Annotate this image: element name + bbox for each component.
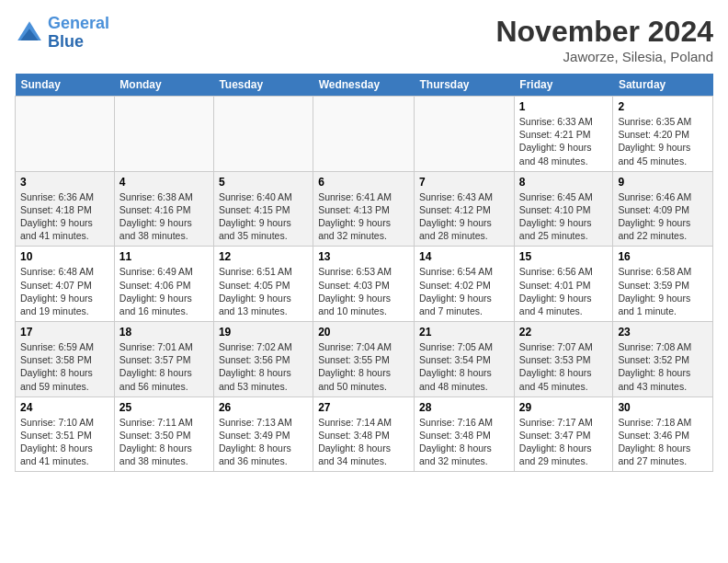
day-number: 30 bbox=[618, 401, 708, 414]
week-row-4: 17Sunrise: 6:59 AM Sunset: 3:58 PM Dayli… bbox=[16, 322, 713, 397]
day-info: Sunrise: 7:17 AM Sunset: 3:47 PM Dayligh… bbox=[519, 416, 609, 468]
weekday-header-tuesday: Tuesday bbox=[213, 74, 313, 97]
day-cell: 7Sunrise: 6:43 AM Sunset: 4:12 PM Daylig… bbox=[415, 171, 515, 247]
day-cell: 4Sunrise: 6:38 AM Sunset: 4:16 PM Daylig… bbox=[114, 171, 213, 247]
day-info: Sunrise: 6:35 AM Sunset: 4:20 PM Dayligh… bbox=[618, 115, 708, 167]
logo: General Blue bbox=[15, 15, 109, 52]
day-cell: 26Sunrise: 7:13 AM Sunset: 3:49 PM Dayli… bbox=[213, 396, 313, 472]
day-cell: 19Sunrise: 7:02 AM Sunset: 3:56 PM Dayli… bbox=[213, 322, 313, 397]
day-info: Sunrise: 7:07 AM Sunset: 3:53 PM Dayligh… bbox=[519, 340, 609, 393]
day-info: Sunrise: 6:45 AM Sunset: 4:10 PM Dayligh… bbox=[519, 190, 609, 243]
day-number: 10 bbox=[20, 250, 109, 263]
weekday-header-wednesday: Wednesday bbox=[313, 74, 415, 97]
weekday-header-friday: Friday bbox=[514, 74, 613, 97]
page: General Blue November 2024 Jaworze, Sile… bbox=[0, 0, 728, 481]
day-cell: 18Sunrise: 7:01 AM Sunset: 3:57 PM Dayli… bbox=[114, 322, 213, 397]
day-info: Sunrise: 7:11 AM Sunset: 3:50 PM Dayligh… bbox=[119, 416, 209, 468]
day-info: Sunrise: 7:18 AM Sunset: 3:46 PM Dayligh… bbox=[618, 416, 708, 468]
week-row-1: 1Sunrise: 6:33 AM Sunset: 4:21 PM Daylig… bbox=[16, 97, 713, 172]
day-cell: 2Sunrise: 6:35 AM Sunset: 4:20 PM Daylig… bbox=[613, 97, 713, 172]
day-number: 3 bbox=[20, 176, 109, 189]
day-cell: 10Sunrise: 6:48 AM Sunset: 4:07 PM Dayli… bbox=[16, 247, 115, 322]
day-cell: 13Sunrise: 6:53 AM Sunset: 4:03 PM Dayli… bbox=[313, 247, 415, 322]
day-cell: 28Sunrise: 7:16 AM Sunset: 3:48 PM Dayli… bbox=[415, 396, 515, 472]
day-info: Sunrise: 6:59 AM Sunset: 3:58 PM Dayligh… bbox=[20, 340, 109, 393]
day-number: 21 bbox=[419, 326, 509, 339]
day-cell: 24Sunrise: 7:10 AM Sunset: 3:51 PM Dayli… bbox=[16, 396, 115, 472]
day-cell bbox=[16, 97, 115, 172]
day-number: 17 bbox=[20, 326, 109, 339]
day-info: Sunrise: 6:56 AM Sunset: 4:01 PM Dayligh… bbox=[519, 265, 609, 317]
day-cell: 25Sunrise: 7:11 AM Sunset: 3:50 PM Dayli… bbox=[114, 396, 213, 472]
day-cell bbox=[313, 97, 415, 172]
day-info: Sunrise: 6:54 AM Sunset: 4:02 PM Dayligh… bbox=[419, 265, 509, 317]
day-cell: 22Sunrise: 7:07 AM Sunset: 3:53 PM Dayli… bbox=[514, 322, 613, 397]
day-info: Sunrise: 7:10 AM Sunset: 3:51 PM Dayligh… bbox=[20, 416, 109, 468]
day-number: 28 bbox=[419, 401, 509, 414]
day-number: 26 bbox=[219, 401, 308, 414]
day-number: 2 bbox=[618, 100, 708, 113]
day-number: 25 bbox=[119, 401, 209, 414]
logo-text: General Blue bbox=[48, 15, 109, 52]
day-info: Sunrise: 6:48 AM Sunset: 4:07 PM Dayligh… bbox=[20, 265, 109, 317]
day-info: Sunrise: 7:16 AM Sunset: 3:48 PM Dayligh… bbox=[419, 416, 509, 468]
day-number: 9 bbox=[618, 176, 708, 189]
day-info: Sunrise: 6:51 AM Sunset: 4:05 PM Dayligh… bbox=[219, 265, 308, 317]
weekday-header-monday: Monday bbox=[114, 74, 213, 97]
week-row-5: 24Sunrise: 7:10 AM Sunset: 3:51 PM Dayli… bbox=[16, 396, 713, 472]
week-row-2: 3Sunrise: 6:36 AM Sunset: 4:18 PM Daylig… bbox=[16, 171, 713, 247]
day-cell bbox=[114, 97, 213, 172]
day-info: Sunrise: 6:38 AM Sunset: 4:16 PM Dayligh… bbox=[119, 190, 209, 243]
day-number: 6 bbox=[318, 176, 409, 189]
day-info: Sunrise: 6:33 AM Sunset: 4:21 PM Dayligh… bbox=[519, 115, 609, 167]
calendar-table: SundayMondayTuesdayWednesdayThursdayFrid… bbox=[15, 74, 713, 472]
day-cell: 27Sunrise: 7:14 AM Sunset: 3:48 PM Dayli… bbox=[313, 396, 415, 472]
weekday-header-row: SundayMondayTuesdayWednesdayThursdayFrid… bbox=[16, 74, 713, 97]
day-info: Sunrise: 6:36 AM Sunset: 4:18 PM Dayligh… bbox=[20, 190, 109, 243]
day-cell: 11Sunrise: 6:49 AM Sunset: 4:06 PM Dayli… bbox=[114, 247, 213, 322]
day-number: 27 bbox=[318, 401, 409, 414]
day-number: 24 bbox=[20, 401, 109, 414]
day-info: Sunrise: 6:53 AM Sunset: 4:03 PM Dayligh… bbox=[318, 265, 409, 317]
calendar-title: November 2024 bbox=[495, 15, 713, 49]
day-number: 1 bbox=[519, 100, 609, 113]
day-number: 20 bbox=[318, 326, 409, 339]
day-cell: 14Sunrise: 6:54 AM Sunset: 4:02 PM Dayli… bbox=[415, 247, 515, 322]
title-block: November 2024 Jaworze, Silesia, Poland bbox=[495, 15, 713, 64]
day-cell bbox=[213, 97, 313, 172]
day-number: 19 bbox=[219, 326, 308, 339]
day-number: 4 bbox=[119, 176, 209, 189]
day-number: 18 bbox=[119, 326, 209, 339]
day-info: Sunrise: 7:05 AM Sunset: 3:54 PM Dayligh… bbox=[419, 340, 509, 393]
day-info: Sunrise: 7:14 AM Sunset: 3:48 PM Dayligh… bbox=[318, 416, 409, 468]
day-cell: 12Sunrise: 6:51 AM Sunset: 4:05 PM Dayli… bbox=[213, 247, 313, 322]
day-number: 16 bbox=[618, 250, 708, 263]
day-info: Sunrise: 6:58 AM Sunset: 3:59 PM Dayligh… bbox=[618, 265, 708, 317]
day-cell: 15Sunrise: 6:56 AM Sunset: 4:01 PM Dayli… bbox=[514, 247, 613, 322]
day-number: 14 bbox=[419, 250, 509, 263]
day-cell: 5Sunrise: 6:40 AM Sunset: 4:15 PM Daylig… bbox=[213, 171, 313, 247]
day-cell: 23Sunrise: 7:08 AM Sunset: 3:52 PM Dayli… bbox=[613, 322, 713, 397]
day-cell: 6Sunrise: 6:41 AM Sunset: 4:13 PM Daylig… bbox=[313, 171, 415, 247]
day-cell: 30Sunrise: 7:18 AM Sunset: 3:46 PM Dayli… bbox=[613, 396, 713, 472]
day-number: 7 bbox=[419, 176, 509, 189]
day-info: Sunrise: 7:02 AM Sunset: 3:56 PM Dayligh… bbox=[219, 340, 308, 393]
day-cell: 8Sunrise: 6:45 AM Sunset: 4:10 PM Daylig… bbox=[514, 171, 613, 247]
day-cell: 1Sunrise: 6:33 AM Sunset: 4:21 PM Daylig… bbox=[514, 97, 613, 172]
logo-icon bbox=[15, 18, 44, 48]
day-number: 8 bbox=[519, 176, 609, 189]
day-number: 22 bbox=[519, 326, 609, 339]
header: General Blue November 2024 Jaworze, Sile… bbox=[15, 15, 713, 64]
weekday-header-sunday: Sunday bbox=[16, 74, 115, 97]
day-cell: 16Sunrise: 6:58 AM Sunset: 3:59 PM Dayli… bbox=[613, 247, 713, 322]
day-number: 5 bbox=[219, 176, 308, 189]
day-cell: 21Sunrise: 7:05 AM Sunset: 3:54 PM Dayli… bbox=[415, 322, 515, 397]
day-info: Sunrise: 7:04 AM Sunset: 3:55 PM Dayligh… bbox=[318, 340, 409, 393]
day-cell: 29Sunrise: 7:17 AM Sunset: 3:47 PM Dayli… bbox=[514, 396, 613, 472]
day-info: Sunrise: 7:13 AM Sunset: 3:49 PM Dayligh… bbox=[219, 416, 308, 468]
day-number: 29 bbox=[519, 401, 609, 414]
day-info: Sunrise: 6:46 AM Sunset: 4:09 PM Dayligh… bbox=[618, 190, 708, 243]
day-info: Sunrise: 6:41 AM Sunset: 4:13 PM Dayligh… bbox=[318, 190, 409, 243]
day-info: Sunrise: 6:43 AM Sunset: 4:12 PM Dayligh… bbox=[419, 190, 509, 243]
day-number: 11 bbox=[119, 250, 209, 263]
